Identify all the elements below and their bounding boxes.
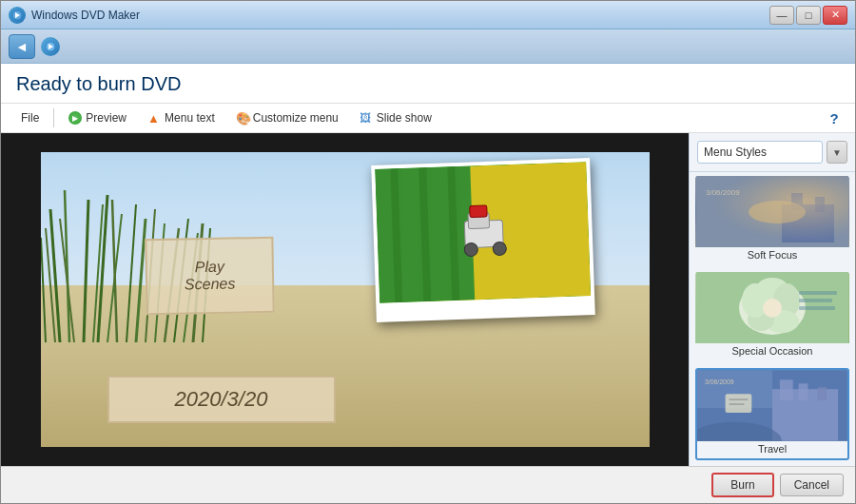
customize-menu-label: Customize menu [253, 111, 339, 125]
svg-rect-55 [799, 383, 808, 400]
app-window: Windows DVD Maker — □ ✕ ◄ Ready to burn … [0, 0, 856, 504]
title-bar: Windows DVD Maker — □ ✕ [1, 1, 855, 29]
menu-text-icon: ▲ [147, 111, 161, 125]
svg-rect-51 [799, 306, 835, 310]
svg-line-16 [41, 238, 46, 342]
dropdown-arrow-button[interactable]: ▼ [827, 141, 847, 164]
file-menu[interactable]: File [12, 107, 48, 128]
style-item-special-occasion[interactable]: Special Occasion [695, 272, 849, 360]
cancel-button[interactable]: Cancel [780, 474, 844, 496]
play-text: Play [194, 259, 224, 277]
slideshow-icon: 🖼 [360, 111, 373, 125]
file-label: File [21, 111, 39, 125]
menu-text-button[interactable]: ▲ Menu text [139, 107, 224, 128]
svg-text:3/06/2009: 3/06/2009 [706, 188, 740, 197]
nav-bar: ◄ [1, 29, 855, 64]
scenes-text: Scenes [184, 276, 235, 294]
preview-button[interactable]: ▶ Preview [60, 107, 135, 128]
play-icon: ▶ [68, 111, 82, 125]
menu-styles-dropdown[interactable]: Menu Styles [697, 141, 823, 164]
svg-text:3/06/2009: 3/06/2009 [705, 378, 734, 385]
svg-line-26 [394, 168, 399, 302]
customize-menu-button[interactable]: 🎨 Customize menu [227, 107, 347, 128]
toolbar-separator-1 [53, 108, 54, 127]
svg-rect-37 [791, 193, 803, 210]
svg-rect-49 [799, 291, 837, 295]
style-item-soft-focus[interactable]: 3/06/2009 Soft Focus [695, 176, 849, 264]
back-arrow-icon: ◄ [15, 39, 29, 54]
svg-line-27 [422, 167, 427, 301]
preview-label: Preview [86, 111, 126, 125]
styles-list: 3/06/2009 Soft Focus [690, 172, 855, 466]
right-panel: Menu Styles ▼ [689, 133, 855, 466]
content-title-bar: Ready to burn DVD [1, 64, 855, 104]
svg-line-14 [136, 219, 146, 342]
special-occasion-label: Special Occasion [695, 343, 849, 360]
svg-rect-36 [782, 204, 834, 242]
travel-label: Travel [697, 441, 847, 458]
minimize-button[interactable]: — [769, 6, 794, 25]
svg-line-4 [50, 209, 60, 342]
preview-area: Play Scenes 2020/3/20 [1, 133, 689, 466]
date-text: 2020/3/20 [175, 387, 268, 412]
svg-line-28 [451, 166, 456, 300]
svg-rect-33 [469, 205, 486, 218]
svg-rect-54 [780, 379, 793, 400]
close-button[interactable]: ✕ [823, 6, 847, 25]
menu-text-label: Menu text [165, 111, 215, 125]
slide-show-button[interactable]: 🖼 Slide show [351, 107, 440, 128]
svg-rect-60 [726, 394, 752, 413]
play-scenes-overlay: Play Scenes [145, 237, 274, 315]
app-title: Windows DVD Maker [31, 9, 140, 22]
help-button[interactable]: ? [825, 108, 844, 127]
svg-rect-35 [696, 176, 848, 247]
svg-line-7 [84, 200, 88, 342]
customize-icon: 🎨 [236, 111, 249, 125]
svg-line-13 [126, 204, 136, 342]
nav-app-icon [41, 37, 60, 56]
svg-rect-34 [696, 176, 848, 247]
bottom-bar: Burn Cancel [1, 466, 855, 503]
title-bar-left: Windows DVD Maker [9, 7, 140, 24]
date-overlay: 2020/3/20 [107, 376, 336, 423]
soft-focus-thumbnail: 3/06/2009 [695, 176, 849, 247]
app-icon [9, 7, 26, 24]
photo-polaroid [371, 158, 595, 322]
photo-content [375, 162, 591, 303]
soft-focus-label: Soft Focus [695, 247, 849, 264]
main-content: Play Scenes 2020/3/20 Menu Styles ▼ [1, 133, 855, 466]
page-title: Ready to burn DVD [16, 73, 840, 95]
burn-button[interactable]: Burn [711, 473, 773, 497]
panel-dropdown: Menu Styles ▼ [690, 133, 855, 172]
svg-rect-50 [799, 299, 832, 302]
toolbar: File ▶ Preview ▲ Menu text 🎨 Customize m… [1, 104, 855, 133]
travel-thumbnail: 3/06/2009 [697, 370, 847, 441]
special-occasion-thumbnail [695, 272, 849, 343]
preview-frame: Play Scenes 2020/3/20 [41, 152, 650, 447]
toolbar-right: ? [825, 108, 844, 127]
svg-rect-56 [817, 387, 827, 400]
svg-rect-38 [815, 197, 825, 212]
svg-point-39 [749, 201, 806, 223]
back-button[interactable]: ◄ [9, 34, 35, 59]
slide-show-label: Slide show [377, 111, 432, 125]
maximize-button[interactable]: □ [796, 6, 821, 25]
style-item-travel[interactable]: 3/06/2009 Travel [695, 368, 849, 460]
svg-point-48 [763, 299, 782, 318]
window-controls: — □ ✕ [769, 6, 847, 25]
